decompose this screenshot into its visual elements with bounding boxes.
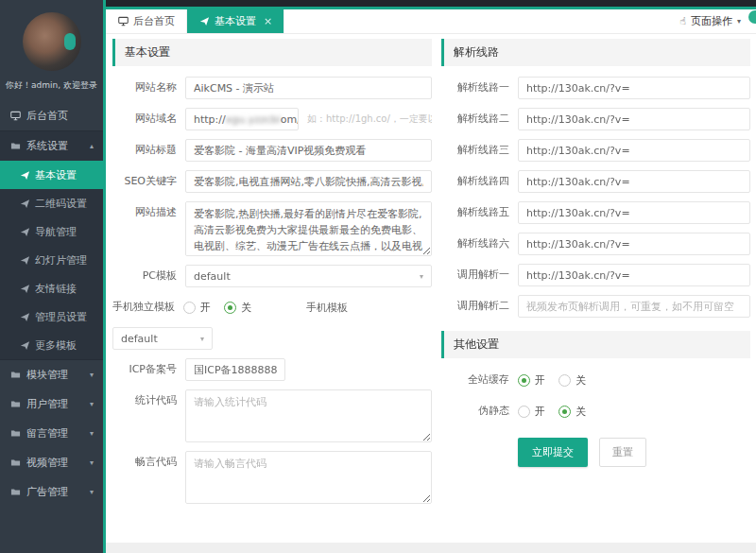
top-dark-strip	[106, 0, 756, 7]
domain-suffix: om/	[281, 113, 299, 126]
field-label: 解析线路五	[441, 201, 509, 224]
basic-settings-panel: 基本设置 网站名称 网站域名 http://xgu.yzzcbiom/ 如：ht…	[112, 39, 432, 543]
site-name-input[interactable]	[185, 77, 432, 99]
sidebar-item-system-settings[interactable]: 系统设置 ▴	[0, 131, 103, 161]
field-parse-line-5: 解析线路五	[441, 201, 750, 224]
sidebar-item-label: 基本设置	[35, 168, 77, 182]
tab-dashboard[interactable]: 后台首页	[106, 9, 187, 33]
site-cache-on-radio[interactable]	[518, 374, 530, 387]
tab-bar: 后台首页 基本设置 × ☝ 页面操作 ▾	[106, 9, 756, 34]
site-cache-off-radio[interactable]	[558, 374, 571, 387]
sidebar-item-video-management[interactable]: 视频管理 ▾	[0, 448, 103, 477]
field-call-parse-1: 调用解析一	[441, 264, 750, 286]
sidebar-item-label: 系统设置	[26, 139, 68, 153]
folder-icon	[9, 487, 21, 498]
send-icon	[19, 226, 30, 237]
sidebar-item-qrcode-settings[interactable]: 二维码设置	[0, 189, 103, 217]
avatar[interactable]	[23, 12, 81, 71]
sidebar-item-dashboard[interactable]: 后台首页	[0, 101, 103, 130]
selected-value: default	[194, 270, 231, 283]
sidebar-item-label: 更多模板	[35, 338, 77, 353]
mobile-standalone-on-radio[interactable]	[183, 302, 196, 314]
domain-hint: 如：http://1gh.co/，一定要以斜杠结尾，否则出错!	[307, 108, 432, 130]
close-icon[interactable]: ×	[264, 15, 272, 27]
mobile-template-label: 手机模板	[306, 301, 348, 315]
icp-input[interactable]	[185, 358, 285, 381]
sidebar-item-label: 导航管理	[35, 225, 77, 239]
field-site-name: 网站名称	[112, 77, 432, 99]
sidebar-item-more-templates[interactable]: 更多模板	[0, 331, 103, 359]
sidebar-item-admin-settings[interactable]: 管理员设置	[0, 302, 103, 331]
parse-lines-panel: 解析线路 解析线路一 解析线路二 解析线路三 解析线路四	[441, 39, 750, 543]
sidebar-item-user-management[interactable]: 用户管理 ▾	[0, 389, 103, 419]
field-label: 解析线路三	[441, 139, 509, 162]
mobile-template-select[interactable]: default ▾	[112, 327, 213, 350]
page-actions-dropdown[interactable]: ☝ 页面操作 ▾	[664, 9, 756, 33]
sidebar-item-label: 二维码设置	[35, 197, 87, 211]
parse-line-4-input[interactable]	[518, 170, 750, 193]
send-icon	[19, 339, 30, 351]
changyan-code-textarea[interactable]	[185, 451, 432, 504]
field-parse-line-4: 解析线路四	[441, 170, 750, 193]
admin-app: 你好！admin, 欢迎登录 后台首页 系统设置 ▴	[0, 0, 756, 553]
chevron-down-icon: ▾	[90, 488, 94, 496]
field-parse-line-6: 解析线路六	[441, 233, 750, 255]
field-label: SEO关键字	[112, 170, 177, 193]
field-label: 网站名称	[112, 77, 177, 99]
field-label: 调用解析二	[441, 295, 509, 318]
tab-basic-settings[interactable]: 基本设置 ×	[187, 9, 284, 33]
send-icon	[19, 169, 30, 181]
sidebar-item-friend-links[interactable]: 友情链接	[0, 274, 103, 302]
mobile-standalone-off-radio[interactable]	[224, 302, 236, 314]
rewrite-on-radio[interactable]	[518, 406, 530, 418]
parse-line-5-input[interactable]	[518, 201, 750, 224]
field-label: 解析线路四	[441, 170, 509, 193]
sidebar-item-nav-management[interactable]: 导航管理	[0, 217, 103, 246]
sidebar-item-module-management[interactable]: 模块管理 ▾	[0, 360, 103, 389]
sidebar-item-label: 用户管理	[26, 397, 68, 411]
domain-input[interactable]: http://xgu.yzzcbiom/	[185, 108, 299, 130]
parse-line-2-input[interactable]	[518, 108, 750, 130]
field-label: 网站域名	[112, 108, 177, 130]
hand-pointer-icon: ☝	[679, 15, 686, 27]
sidebar-item-slides-management[interactable]: 幻灯片管理	[0, 246, 103, 274]
sidebar-item-label: 留言管理	[26, 426, 68, 441]
field-icp: ICP备案号	[112, 358, 432, 381]
chevron-down-icon: ▾	[420, 272, 423, 281]
submit-button[interactable]: 立即提交	[518, 438, 588, 467]
stats-code-textarea[interactable]	[185, 389, 432, 442]
radio-label: 关	[576, 405, 586, 419]
field-changyan-code: 畅言代码	[112, 451, 432, 504]
call-parse-2-input[interactable]	[518, 295, 750, 318]
parse-line-6-input[interactable]	[518, 233, 750, 255]
field-label: 解析线路六	[441, 233, 509, 255]
pc-template-select[interactable]: default ▾	[185, 265, 432, 287]
field-label: 全站缓存	[441, 369, 509, 391]
tab-label: 后台首页	[133, 14, 175, 28]
section-title-parse-lines: 解析线路	[441, 39, 750, 66]
site-description-textarea[interactable]: 爱客影院,热剧快播,最好看的剧情片尽在爱客影院,高清云影视免费为大家提供最新最全…	[185, 201, 432, 256]
send-icon	[19, 254, 30, 266]
sidebar-item-basic-settings[interactable]: 基本设置	[0, 161, 103, 189]
sidebar-item-label: 友情链接	[35, 282, 77, 296]
seo-keywords-input[interactable]	[185, 170, 432, 193]
sidebar-item-label: 视频管理	[26, 456, 68, 470]
parse-line-1-input[interactable]	[518, 77, 750, 99]
sidebar-item-message-management[interactable]: 留言管理 ▾	[0, 419, 103, 448]
field-mobile-template: default ▾	[112, 327, 432, 350]
folder-icon	[9, 428, 21, 440]
field-label: 解析线路二	[441, 108, 509, 130]
monitor-icon	[117, 16, 129, 27]
parse-line-3-input[interactable]	[518, 139, 750, 162]
reset-button[interactable]: 重置	[599, 438, 646, 467]
tab-label: 基本设置	[215, 14, 256, 28]
field-site-title: 网站标题	[112, 139, 432, 162]
call-parse-1-input[interactable]	[518, 264, 750, 286]
field-label: 调用解析一	[441, 264, 509, 286]
rewrite-off-radio[interactable]	[558, 406, 571, 418]
welcome-text: 你好！admin, 欢迎登录	[0, 79, 103, 92]
field-site-cache: 全站缓存 开 关	[441, 369, 750, 391]
chevron-down-icon: ▾	[90, 371, 94, 379]
sidebar-item-ad-management[interactable]: 广告管理 ▾	[0, 477, 103, 507]
site-title-input[interactable]	[185, 139, 432, 162]
